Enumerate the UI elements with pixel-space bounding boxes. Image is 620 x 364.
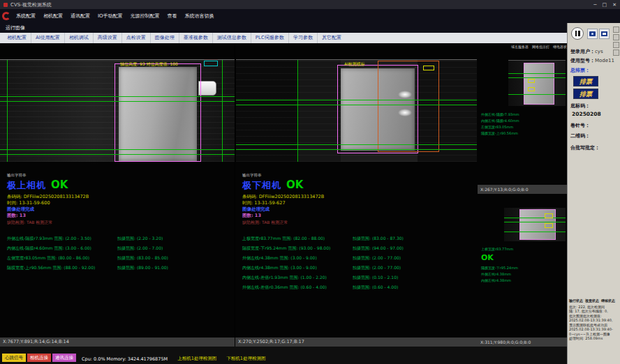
measure-line xyxy=(236,100,477,100)
mini-tool-icon[interactable] xyxy=(613,42,619,48)
measurement-row: 外侧左线r4.38mm 范围: (3.00 - 9.00)拍摄范围: (2.00… xyxy=(242,253,475,263)
total-count-label: 总排票： xyxy=(570,67,590,74)
stats-header: 输行状态 视觉状态 继续状态 xyxy=(569,298,619,303)
lower-camera-image[interactable]: AI检测模标 xyxy=(236,59,477,162)
menu-comm-config[interactable]: 通讯配置 xyxy=(71,13,90,20)
tab-baseline-params[interactable]: 基准视参数 xyxy=(179,33,212,43)
menu-view[interactable]: 查看 xyxy=(168,13,177,20)
stats-tab[interactable]: 继续状态 xyxy=(601,298,615,303)
measure-range: 拍摄范围: (83.00 - 87.30) xyxy=(353,234,404,243)
measure-range: 拍摄范围: (2.00 - 7.00) xyxy=(117,243,163,253)
monitor-view-button[interactable] xyxy=(599,29,610,39)
app-icon xyxy=(3,3,8,7)
tab-test-info-params[interactable]: 测试信息参数 xyxy=(212,33,251,43)
tab-ai-config[interactable]: AI使用配置 xyxy=(31,33,64,43)
measure-value: 隔膜宽度-上r90.56mm xyxy=(481,130,519,137)
maximize-button[interactable]: □ xyxy=(603,2,607,8)
stats-tab[interactable]: 输行状态 xyxy=(569,298,583,303)
roi-orange-box xyxy=(378,61,439,152)
aux-lower-statusbar: X:311;Y:980;R:0;G:0;B:0 xyxy=(478,338,567,347)
process-status-line: 图像处理完成 xyxy=(7,206,232,213)
stats-line: 处理时间: 258.09ms xyxy=(569,336,619,341)
measure-value: 外侧左线-隔膜r7.93mm xyxy=(481,112,519,118)
menu-light-config[interactable]: 光源控制配置 xyxy=(131,13,160,20)
detect-box xyxy=(545,213,553,218)
upper-process-text: 上相机1处理检测图 xyxy=(177,356,216,362)
lower-process-text: 下相机1处理检测图 xyxy=(226,356,265,362)
run-image-label: 运行图像 xyxy=(0,23,567,33)
camera-snapshot-button[interactable] xyxy=(587,29,598,39)
measurement-row: 隔膜宽度-上r90.56mm 范围: (88.00 - 92.00)拍摄范围: … xyxy=(7,263,232,273)
close-button[interactable]: ✕ xyxy=(612,2,617,8)
measure-range: 拍摄范围: (89.00 - 91.00) xyxy=(117,263,168,273)
pause-button[interactable] xyxy=(571,27,584,40)
image-count-line: 图数: 13 xyxy=(242,213,475,219)
time-line: 时间: 13-31-59-600 xyxy=(7,200,232,206)
defect-note-line: 缺陷检测: TAB 检测正常 xyxy=(7,219,232,225)
height-overlay-label: 轴位高度: 93 对位高度值: 100 xyxy=(120,61,178,68)
detect-box xyxy=(545,223,553,228)
measure-range: 拍摄范围: (0.10 - 2.10) xyxy=(353,273,398,282)
measure-line xyxy=(504,218,566,218)
process-status-line: 图像处理完成 xyxy=(242,206,475,213)
camera-title: 极下相机 xyxy=(242,179,281,192)
measure-line xyxy=(0,154,235,155)
output-string-label: 输出字符串 xyxy=(242,173,475,178)
tab-other-config[interactable]: 其它配置 xyxy=(317,33,346,43)
window-title: CVS-视觉检测系统 xyxy=(10,1,52,8)
measurement-list: 上极宽度r83.77mm 范围: (82.00 - 88.00)拍摄范围: (8… xyxy=(242,234,475,292)
indicator-labels: 域名服务器 网络指示灯 继电器状态 xyxy=(511,45,567,49)
tab-advanced-settings[interactable]: 高级设置 xyxy=(93,33,121,43)
mini-tool-icon[interactable] xyxy=(613,34,619,40)
tab-plc-servo-params[interactable]: PLC伺服参数 xyxy=(251,33,288,43)
glare-spot xyxy=(398,109,412,116)
defect-note-line: 缺陷检测: TAB 检测正常 xyxy=(242,219,475,225)
measure-line-vertical xyxy=(297,60,298,162)
measure-value: 外侧左线r4.38mm xyxy=(481,271,518,278)
glare-spot xyxy=(398,91,412,98)
model-value: Mode11 xyxy=(595,58,614,63)
time-line: 时间: 13-31-59-627 xyxy=(242,200,475,206)
measure-line xyxy=(236,149,477,150)
detect-box xyxy=(423,66,434,70)
measure-line xyxy=(508,94,566,95)
indicator-label: 网络指示灯 xyxy=(532,45,549,49)
menu-system-config[interactable]: 系统配置 xyxy=(16,13,36,20)
stats-block: 输行状态 视觉状态 继续状态 批次: 222, 批次检测间 隔: 17, 批次分… xyxy=(569,298,619,341)
measure-range: 拍摄范围: (0.60 - 4.00) xyxy=(353,282,398,292)
tab-spot-check[interactable]: 点检设置 xyxy=(121,33,150,43)
mini-tool-icon[interactable] xyxy=(613,26,619,33)
tab-learning-params[interactable]: 学习参数 xyxy=(288,33,317,43)
part-region xyxy=(524,63,554,105)
minimize-button[interactable]: ─ xyxy=(593,2,596,8)
output-string-label: 输出字符串 xyxy=(7,173,232,178)
menu-camera-config[interactable]: 相机配置 xyxy=(43,13,63,20)
target-value-box xyxy=(204,61,218,66)
measure-line xyxy=(508,73,566,74)
batch-code-value: 20250208 xyxy=(572,111,601,117)
indicator-label: 域名服务器 xyxy=(511,45,529,49)
aux-upper-image[interactable] xyxy=(508,60,566,106)
stats-tab[interactable]: 视觉状态 xyxy=(585,298,599,303)
login-user-value: cys xyxy=(595,49,603,54)
measure-value: 内侧左线-隔膜r4.60mm xyxy=(481,118,519,124)
camera-connection-badge: 相机连接 xyxy=(27,354,51,362)
measure-line xyxy=(236,105,477,105)
measure-line xyxy=(0,96,235,97)
upper-camera-image[interactable]: 轴位高度: 93 对位高度值: 100 xyxy=(0,59,235,162)
mini-tool-icon[interactable] xyxy=(613,50,619,56)
measure-value: 内侧左线r4.38mm xyxy=(481,278,518,284)
tab-image-processing[interactable]: 图像处理 xyxy=(150,33,179,43)
login-user-row: 登录用户：cys xyxy=(570,48,603,55)
qr-code-label: 二维码： xyxy=(570,132,590,139)
detect-box xyxy=(528,79,535,83)
menu-io-config[interactable]: IO手动配置 xyxy=(98,13,123,20)
tab-camera-debug[interactable]: 相机调试 xyxy=(64,33,93,43)
measure-range: 拍摄范围: (83.00 - 85.00) xyxy=(117,253,168,263)
upper-camera-statusbar: X:7677;Y:891;R:14;G:14;B:14 xyxy=(0,338,235,347)
tab-camera-config[interactable]: 相机配置 xyxy=(3,33,31,43)
aux-lower-image[interactable] xyxy=(504,208,566,241)
measure-value: 上极宽度r83.77mm xyxy=(481,247,513,251)
measure-value: 上极宽度r83.77mm 范围: (82.00 - 88.00) xyxy=(242,234,353,243)
menu-language-switch[interactable]: 系统语言切换 xyxy=(185,13,214,20)
